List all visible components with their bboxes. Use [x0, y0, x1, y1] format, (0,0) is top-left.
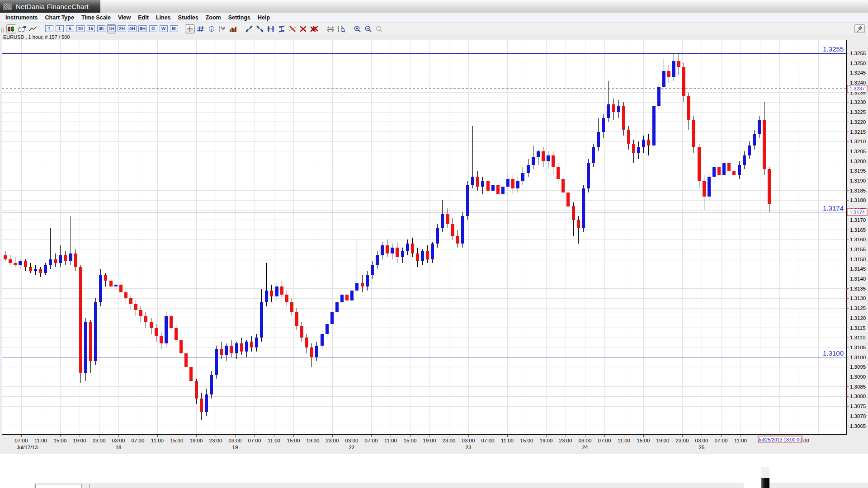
bottom-panel-divider: [89, 484, 90, 488]
chart-header: EURUSD , 1 hour, # 157 / 500: [0, 34, 868, 40]
timeframe-10-button[interactable]: 10: [75, 24, 85, 33]
price-line-axis-badge: 1.3174: [847, 209, 867, 216]
svg-text:1.3225: 1.3225: [850, 109, 866, 115]
grid-icon: [196, 25, 205, 33]
crosshair-price-badge: 1.3237: [847, 85, 867, 92]
svg-text:1.3095: 1.3095: [850, 364, 866, 370]
menu-instruments[interactable]: Instruments: [2, 14, 42, 21]
svg-text:1.3090: 1.3090: [850, 374, 866, 380]
crosshair-button[interactable]: [185, 24, 195, 33]
timeframe-1-button[interactable]: 1: [55, 24, 64, 33]
svg-text:07:00: 07:00: [598, 438, 611, 443]
timeframe-m-button[interactable]: M: [169, 24, 179, 33]
svg-text:1.3115: 1.3115: [850, 325, 865, 331]
delete-all-button[interactable]: [309, 24, 319, 33]
svg-text:11:00: 11:00: [618, 438, 630, 443]
delete-button[interactable]: [298, 24, 308, 33]
vertical-line-tool-button[interactable]: [277, 24, 287, 33]
svg-text:19:00: 19:00: [307, 438, 320, 443]
pin-toolbar-button[interactable]: [854, 24, 865, 33]
timeframe-label: 15: [87, 25, 95, 32]
timeframe-t-button[interactable]: T: [44, 24, 54, 33]
print-button[interactable]: [326, 24, 335, 33]
zoom-in-button[interactable]: [353, 24, 363, 33]
svg-text:19:00: 19:00: [423, 438, 436, 443]
zoom-out-button[interactable]: [363, 24, 373, 33]
pin-icon: [855, 25, 864, 33]
menu-chart-type[interactable]: Chart Type: [42, 14, 78, 21]
menu-help[interactable]: Help: [254, 14, 274, 21]
instrument-label: EURUSD , 1 hour, # 157 / 500: [3, 34, 70, 40]
price-chart[interactable]: 1.32551.31741.31001.32551.32501.32451.32…: [0, 40, 868, 454]
svg-text:1.3190: 1.3190: [850, 178, 866, 183]
line-chart-button[interactable]: [28, 24, 38, 33]
svg-text:1.3065: 1.3065: [850, 423, 866, 429]
timeframe-d-button[interactable]: D: [148, 24, 158, 33]
svg-text:1.3255: 1.3255: [850, 51, 866, 56]
svg-text:23:00: 23:00: [209, 438, 222, 443]
candlestick-chart-button[interactable]: [6, 24, 16, 33]
svg-text:23:00: 23:00: [676, 438, 689, 443]
svg-text:19: 19: [232, 445, 238, 450]
menu-edit[interactable]: Edit: [134, 14, 152, 21]
menu-zoom[interactable]: Zoom: [202, 14, 225, 21]
svg-text:03:00: 03:00: [112, 438, 125, 443]
svg-text:03:00: 03:00: [579, 438, 592, 443]
grid-button[interactable]: [196, 24, 206, 33]
timeframe-1h-button[interactable]: 1H: [107, 24, 116, 33]
menu-lines[interactable]: Lines: [152, 14, 175, 21]
svg-text:15:00: 15:00: [287, 438, 300, 443]
svg-text:19:00: 19:00: [190, 438, 203, 443]
timeframe-4h-button[interactable]: 4H: [127, 24, 137, 33]
menu-view[interactable]: View: [114, 14, 134, 21]
svg-text:11:00: 11:00: [151, 438, 164, 443]
candlestick-chart-icon: [7, 25, 16, 33]
svg-text:11:00: 11:00: [34, 438, 47, 443]
menu-studies[interactable]: Studies: [175, 14, 202, 21]
background-window-dark-fragment: [761, 478, 769, 488]
svg-text:1.3145: 1.3145: [850, 266, 866, 272]
toolbar: T151015301H2H4H8HDWMi#: [0, 23, 868, 34]
svg-text:03:00: 03:00: [345, 438, 359, 443]
print-preview-icon: [337, 25, 346, 33]
candlestick-chart-svg[interactable]: 1.32551.31741.31001.32551.32501.32451.32…: [0, 40, 868, 454]
svg-text:07:00: 07:00: [248, 438, 261, 443]
svg-text:1.3100: 1.3100: [850, 355, 866, 360]
timeframe-8h-button[interactable]: 8H: [138, 24, 147, 33]
bottom-panel-fragment-right: [769, 483, 868, 488]
time-axis[interactable]: 07:0011:0015:0019:0023:0003:0007:0011:00…: [15, 435, 809, 450]
zoom-reset-button[interactable]: [374, 24, 384, 33]
timeframe-15-button[interactable]: 15: [86, 24, 95, 33]
bottom-panel-input-fragment[interactable]: [35, 484, 82, 488]
zoom-out-icon: [364, 25, 373, 33]
svg-text:1.3125: 1.3125: [850, 305, 866, 311]
menu-time-scale[interactable]: Time Scale: [78, 14, 114, 21]
svg-text:1.3140: 1.3140: [850, 276, 866, 282]
trend-channel-button[interactable]: [255, 24, 265, 33]
svg-text:1.3245: 1.3245: [850, 70, 866, 75]
svg-text:15:00: 15:00: [54, 438, 67, 443]
print-preview-button[interactable]: [336, 24, 346, 33]
timeframe-w-button[interactable]: W: [159, 24, 168, 33]
menu-settings[interactable]: Settings: [225, 14, 254, 21]
timeframe-5-button[interactable]: 5: [65, 24, 75, 33]
price-axis-settings-button[interactable]: #: [217, 24, 227, 33]
delete-all-icon: [310, 25, 319, 33]
menu-bar: InstrumentsChart TypeTime ScaleViewEditL…: [0, 13, 868, 23]
svg-text:07:00: 07:00: [15, 438, 28, 443]
timeframe-30-button[interactable]: 30: [96, 24, 106, 33]
title-bar: NetDania FinanceChart: [0, 0, 868, 13]
toolbar-grip[interactable]: [1, 25, 4, 33]
info-button[interactable]: i: [207, 24, 216, 33]
svg-text:1.3120: 1.3120: [850, 315, 866, 321]
remove-line-button[interactable]: [288, 24, 297, 33]
volume-button[interactable]: [228, 24, 238, 33]
svg-text:23:00: 23:00: [326, 438, 339, 443]
svg-text:1.3210: 1.3210: [850, 139, 866, 144]
timeframe-2h-button[interactable]: 2H: [117, 24, 127, 33]
bar-chart-flag-button[interactable]: [17, 24, 27, 33]
svg-text:1.3160: 1.3160: [850, 237, 866, 242]
trend-line-button[interactable]: [244, 24, 254, 33]
price-axis[interactable]: 1.32551.32501.32451.32401.32351.32301.32…: [846, 51, 866, 429]
horizontal-line-tool-button[interactable]: [266, 24, 276, 33]
